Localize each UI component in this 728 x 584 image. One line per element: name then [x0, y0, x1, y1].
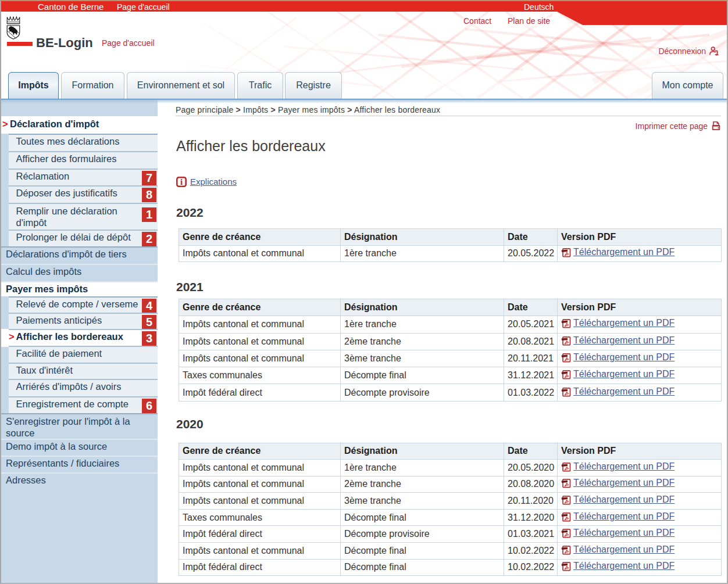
svg-text:i: i: [180, 177, 183, 187]
